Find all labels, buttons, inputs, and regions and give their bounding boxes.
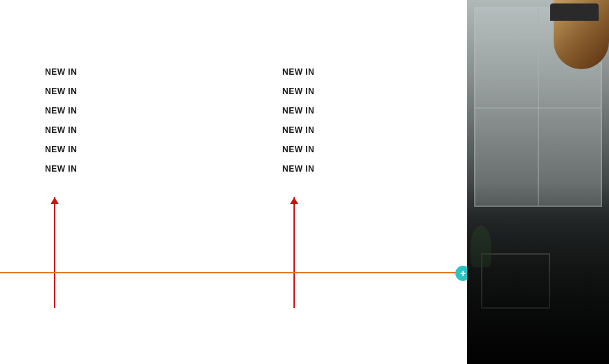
list-item: NEW IN	[282, 120, 314, 140]
list-item: NEW IN	[45, 101, 77, 120]
list-item: NEW IN	[45, 82, 77, 101]
main-container: NEW IN NEW IN NEW IN NEW IN NEW IN NEW I…	[0, 0, 609, 364]
list-item: NEW IN	[45, 62, 77, 82]
left-text-column: NEW IN NEW IN NEW IN NEW IN NEW IN NEW I…	[45, 62, 77, 179]
list-item: NEW IN	[282, 101, 314, 120]
list-item: NEW IN	[45, 140, 77, 159]
list-item: NEW IN	[282, 140, 314, 159]
person-hat	[550, 3, 599, 21]
list-item: NEW IN	[282, 62, 314, 82]
image-dark-overlay	[467, 182, 609, 364]
hero-image-panel	[467, 0, 609, 364]
window-cross-v	[538, 8, 539, 206]
hero-image	[467, 0, 609, 364]
list-item: NEW IN	[282, 82, 314, 101]
arrow-up-left-icon	[54, 197, 55, 308]
arrow-up-right-icon	[293, 197, 295, 308]
horizontal-divider	[0, 272, 471, 273]
right-text-column: NEW IN NEW IN NEW IN NEW IN NEW IN NEW I…	[282, 62, 314, 179]
list-item: NEW IN	[282, 159, 314, 179]
list-item: NEW IN	[45, 120, 77, 140]
list-item: NEW IN	[45, 159, 77, 179]
